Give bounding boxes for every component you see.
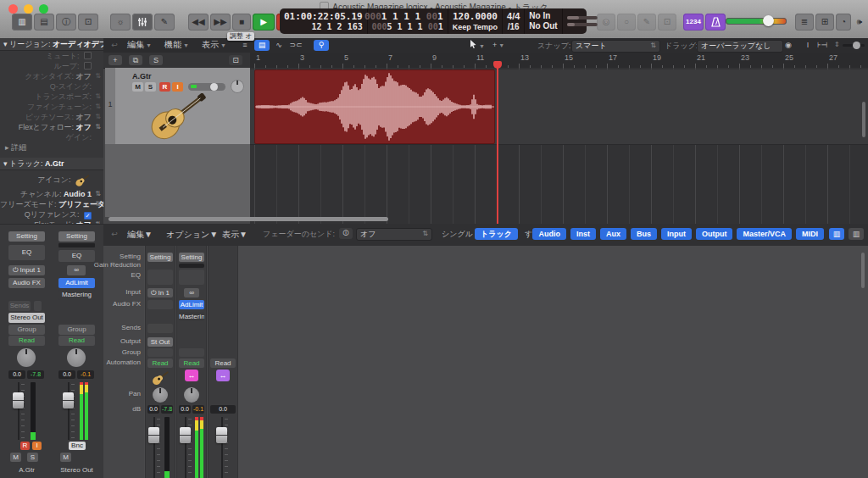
track-record-enable-button[interactable]: R [159,82,170,92]
stepper-icon[interactable]: ⇅ [95,199,101,209]
solo-mode-icon[interactable]: ○ [617,14,636,31]
add-track-button[interactable]: + [108,55,122,65]
mixer-view-narrow-icon[interactable]: ▥ [829,228,844,240]
volume-knob[interactable] [763,15,774,26]
mixer-edit-menu[interactable]: 編集▼ [127,229,153,241]
tracks-edit-menu[interactable]: 編集▼ [127,39,152,51]
filter-button-midi[interactable]: MIDI [796,228,824,240]
volume-value[interactable]: 0.0 [147,405,159,414]
peak-value[interactable]: -0.1 [192,405,204,414]
audio-output-icon[interactable]: 🕪 [853,14,866,31]
output-slot[interactable]: Stereo Out [8,313,45,323]
automation-mode-button[interactable]: Read [210,358,236,368]
inspector-icon[interactable]: ▤ [34,14,54,31]
mixer-strip-master[interactable]: Read ↔ 0.0 [208,246,238,478]
filter-button-input[interactable]: Input [661,228,692,240]
media-browser-icon[interactable]: ⊡ [78,14,98,31]
peak-value[interactable]: -7.8 [161,405,173,414]
pencil-icon[interactable]: ✎ [637,14,656,31]
pointer-tool-menu[interactable]: ▼ [468,40,487,51]
mixer-icon[interactable] [132,14,153,31]
collaboration-icon[interactable]: ◔ [836,14,851,31]
pan-knob[interactable] [67,348,86,367]
sends-slot[interactable]: Sends [8,301,31,311]
stop-button[interactable]: ■ [232,14,251,31]
catch-playhead-icon[interactable]: ⚲ [314,40,329,51]
audio-fx-mastering[interactable]: Mastering [179,312,204,321]
mixer-view-menu[interactable]: 表示▼ [222,229,248,241]
playhead-marker[interactable] [493,61,502,69]
input-monitor-button[interactable]: I [32,442,42,450]
tracks-horizontal-scrollbar[interactable] [108,217,388,221]
pan-knob[interactable] [153,387,168,403]
automation-icon[interactable]: ∿ [271,40,287,51]
bounce-button[interactable]: Bnc [69,442,86,450]
global-solo-button[interactable]: S [149,55,163,65]
stereo-input-icon[interactable]: ∞ [184,288,199,297]
lcd-display[interactable]: 01:00:22:05.19 12 1 2 163 0001 1 1 1 001… [280,8,587,34]
mixer-vertical-scrollbar[interactable] [861,253,865,288]
stepper-icon[interactable]: ⇅ [95,102,101,112]
stepper-icon[interactable]: ⇅ [95,112,101,122]
quick-help-icon[interactable]: ⓘ [56,14,76,31]
stepper-icon[interactable]: ⇅ [95,189,101,199]
peak-value[interactable]: -0.1 [77,370,94,379]
volume-fader[interactable] [63,392,74,409]
tuner-icon[interactable]: ◎ [597,14,615,31]
waveform-vertical-zoom-icon[interactable]: ◉ [782,40,795,51]
lcd-midi-io[interactable]: No In No Out [525,8,562,34]
autopunch-icon[interactable]: ⊡ [658,14,676,31]
filter-button-bus[interactable]: Bus [631,228,657,240]
playhead[interactable] [497,61,498,224]
empty-track-list-area[interactable] [105,144,250,217]
tracks-view-menu[interactable]: 表示▼ [202,39,226,51]
audio-region-agtr[interactable] [254,69,495,144]
stereo-input-icon[interactable]: ∞ [67,265,86,275]
back-icon[interactable]: ↩ [107,229,122,240]
filter-button-inst[interactable]: Inst [570,228,596,240]
setting-button[interactable]: Setting [58,231,95,242]
list-editors-icon[interactable]: ≣ [795,14,814,31]
grid-icon[interactable]: ≡ [237,40,253,51]
lcd-position[interactable]: 01:00:22:05.19 12 1 2 163 [280,8,368,34]
filter-button-aux[interactable]: Aux [600,228,626,240]
audio-fx-adlimit[interactable]: AdLimit [58,278,95,288]
lcd-beats[interactable]: 0001 1 1 1 001 0005 1 1 1 001 [368,8,448,34]
track-header-config-icon[interactable]: ⊡ [229,55,242,65]
region-inspector-row[interactable]: ファインチューン: ⇅ [0,102,103,112]
stepper-icon[interactable]: ⇅ [95,71,101,81]
volume-fader[interactable] [148,427,159,443]
region-inspector-row[interactable]: Q-スイング: [0,81,103,92]
automation-mode-button[interactable]: Read [58,336,95,346]
track-name[interactable]: A.Gtr [132,72,152,81]
tracks-functions-menu[interactable]: 機能▼ [164,39,189,51]
volume-value[interactable]: 0.0 [179,405,191,414]
pan-knob[interactable] [17,348,36,367]
flex-icon[interactable]: ⊃⊂ [288,40,303,51]
eq-slot[interactable] [147,270,173,285]
filter-button-mastervca[interactable]: Master/VCA [737,228,792,240]
stepper-icon[interactable]: ⇅ [95,122,101,132]
view-tracks-button[interactable]: トラック [475,228,518,240]
region-inspector-row[interactable]: ピッチソース: オフ⇅ [0,112,103,122]
mute-button[interactable]: M [10,453,21,462]
power-icon[interactable]: ⏼ [339,228,353,239]
master-volume-slider[interactable] [726,18,787,25]
drag-dropdown[interactable]: オーバーラップなし⇅ [697,40,783,53]
pan-knob[interactable] [184,387,199,403]
automation-mode-button[interactable]: Read [179,358,204,368]
setting-button[interactable]: Setting [147,253,173,262]
track-inspector-row[interactable]: フリーズモード: プリフェーダー⇅ [0,199,103,209]
track-solo-button[interactable]: S [145,82,156,92]
note-pads-icon[interactable]: ⊞ [815,14,834,31]
region-inspector-header[interactable]: ▾ リージョン: オーディオデフォルト [0,38,103,51]
solo-button[interactable]: S [27,453,38,462]
mixer-strip-agtr[interactable]: Setting ⏻ In 1 St Out Read 0.0 -7.8 [145,246,175,478]
lcd-performance-meter[interactable] [563,8,602,34]
track-mute-button[interactable]: M [132,82,143,92]
setting-button[interactable]: Setting [8,231,45,242]
mixer-strip-stereo-out[interactable]: Setting ∞ AdLimit Mastering Read ↔ 0.0 -… [176,246,207,478]
output-slot[interactable]: St Out [147,337,173,347]
region-inspector-row[interactable]: ミュート: [0,51,103,61]
collapse-icon[interactable]: ⊦⊣ [815,40,829,51]
